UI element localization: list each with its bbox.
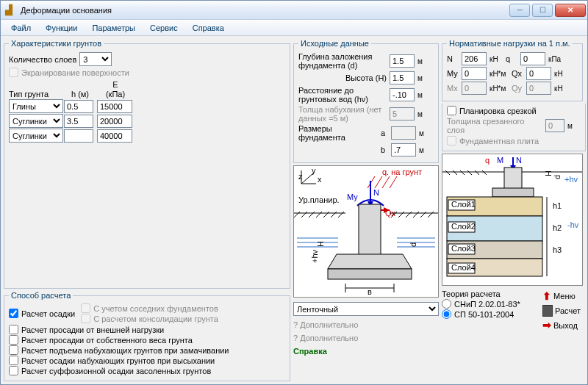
calc-button-label: Расчет bbox=[555, 306, 581, 315]
theory-label: Теория расчета bbox=[442, 289, 536, 298]
hv-unit: м bbox=[417, 91, 431, 99]
extra-2: Дополнительно bbox=[300, 334, 358, 342]
svg-line-9 bbox=[382, 176, 390, 188]
Qx-input[interactable] bbox=[526, 67, 551, 80]
svg-rect-67 bbox=[492, 188, 534, 197]
svg-line-60 bbox=[467, 170, 472, 175]
soil-type-2[interactable]: Суглинки bbox=[9, 129, 63, 143]
arrow-up-icon: ⬆ bbox=[542, 290, 551, 302]
maximize-button[interactable]: ☐ bbox=[532, 4, 553, 17]
svg-line-31 bbox=[406, 212, 412, 217]
a-input bbox=[391, 126, 416, 140]
svg-text:-hv: -hv bbox=[567, 220, 579, 229]
soil-h-1[interactable] bbox=[64, 115, 93, 128]
svg-text:Слой1: Слой1 bbox=[451, 200, 476, 209]
chk-osadka[interactable] bbox=[9, 309, 18, 318]
svg-text:H: H bbox=[316, 241, 325, 247]
loads-legend: Нормативные нагрузки на 1 п.м. bbox=[447, 39, 573, 48]
soil-type-0[interactable]: Глины bbox=[9, 99, 63, 113]
planning-box: Планировка срезкой Толщина срезанного сл… bbox=[442, 104, 586, 151]
soil-e-0[interactable] bbox=[97, 100, 132, 113]
lbl-slab: Фундаментная плита bbox=[459, 137, 539, 145]
svg-text:Слой4: Слой4 bbox=[451, 263, 476, 272]
svg-line-22 bbox=[294, 212, 300, 217]
svg-text:d: d bbox=[409, 242, 417, 247]
b-label: b bbox=[381, 145, 388, 154]
svg-text:+hv: +hv bbox=[310, 249, 319, 263]
lbl-prosadka-own: Расчет просадки от собственного веса гру… bbox=[21, 336, 193, 345]
svg-line-26 bbox=[323, 212, 329, 217]
q-input[interactable] bbox=[520, 52, 545, 65]
svg-line-23 bbox=[301, 212, 307, 217]
H-unit: м bbox=[417, 74, 431, 82]
lbl-prosadka-ext: Расчет просадки от внешней нагрузки bbox=[21, 325, 164, 334]
menu-file[interactable]: Файл bbox=[4, 21, 38, 35]
menu-button[interactable]: ⬆Меню bbox=[540, 289, 583, 303]
hv-input[interactable] bbox=[390, 88, 415, 101]
arrow-right-icon: ⬆ bbox=[541, 321, 553, 330]
svg-line-28 bbox=[338, 212, 344, 217]
exit-button-label: Выход bbox=[553, 321, 578, 330]
foundation-type-select[interactable]: Ленточный bbox=[293, 302, 439, 316]
foundation-sketch-2: q M N H d +hv Слой1 Слой2 Слой3 Слой4 h1… bbox=[442, 154, 583, 286]
svg-line-34 bbox=[428, 212, 434, 217]
svg-text:Ур.планир.: Ур.планир. bbox=[298, 195, 340, 204]
chk-cut[interactable] bbox=[447, 106, 456, 115]
dim-label: Размеры фундамента bbox=[298, 124, 378, 142]
screen-label: Экранирование поверхности bbox=[21, 68, 129, 77]
lbl-suffosion: Расчет суффозионной осадки засоленных гр… bbox=[21, 367, 211, 375]
layers-select[interactable]: 3 bbox=[79, 52, 112, 66]
menubar: Файл Функции Параметры Сервис Справка bbox=[1, 20, 587, 36]
soil-h-2[interactable] bbox=[64, 129, 93, 143]
q-unit: кПа bbox=[548, 55, 562, 63]
chk-suffosion[interactable] bbox=[9, 366, 18, 375]
sw-input bbox=[390, 107, 415, 120]
src-legend: Исходные данные bbox=[298, 39, 371, 48]
minimize-button[interactable]: ─ bbox=[509, 4, 530, 17]
sw-unit: м bbox=[417, 110, 431, 118]
svg-line-27 bbox=[331, 212, 337, 217]
radio-sp[interactable] bbox=[442, 309, 451, 319]
radio-snip[interactable] bbox=[442, 299, 451, 309]
svg-text:в: в bbox=[368, 287, 372, 296]
soil-type-1[interactable]: Суглинки bbox=[9, 114, 63, 128]
menu-help[interactable]: Справка bbox=[185, 21, 232, 35]
menu-params[interactable]: Параметры bbox=[85, 21, 143, 35]
menu-functions[interactable]: Функции bbox=[38, 21, 85, 35]
svg-text:+hv: +hv bbox=[564, 175, 578, 184]
svg-text:M: M bbox=[497, 156, 503, 165]
method-box: Способ расчета Расчет осадки С учетом со… bbox=[4, 291, 290, 381]
svg-text:H: H bbox=[544, 170, 553, 176]
layers-label: Количество слоев bbox=[9, 55, 76, 64]
svg-line-59 bbox=[460, 170, 465, 175]
exit-button[interactable]: ⬆Выход bbox=[540, 319, 583, 332]
My-label: My bbox=[447, 69, 459, 78]
svg-line-58 bbox=[453, 170, 457, 175]
chk-prosadka-ext[interactable] bbox=[9, 325, 18, 334]
col-e2: (кПа) bbox=[106, 90, 125, 98]
svg-marker-36 bbox=[328, 254, 412, 269]
svg-line-4 bbox=[301, 173, 313, 184]
svg-rect-66 bbox=[504, 168, 522, 190]
d-input[interactable] bbox=[390, 54, 415, 68]
sw-label: Толща набухания (нет данных =5 м) bbox=[298, 105, 387, 123]
svg-line-62 bbox=[482, 170, 487, 175]
H-input[interactable] bbox=[390, 71, 415, 84]
help-link[interactable]: Справка bbox=[293, 347, 327, 356]
chk-swell-dry[interactable] bbox=[9, 356, 18, 365]
svg-line-61 bbox=[475, 170, 479, 175]
help-icon: ? bbox=[293, 320, 298, 329]
soil-e-2[interactable] bbox=[97, 129, 132, 143]
b-input[interactable] bbox=[391, 143, 416, 156]
menu-service[interactable]: Сервис bbox=[143, 21, 185, 35]
soil-h-0[interactable] bbox=[64, 100, 93, 113]
chk-prosadka-own[interactable] bbox=[9, 335, 18, 345]
soil-e-1[interactable] bbox=[97, 115, 132, 128]
My-input[interactable] bbox=[462, 67, 487, 80]
calc-button[interactable]: Расчет bbox=[540, 304, 583, 317]
chk-swell-wet[interactable] bbox=[9, 345, 18, 355]
Mx-unit: кН*м bbox=[490, 84, 509, 93]
N-unit: кН bbox=[490, 55, 503, 63]
close-button[interactable]: ✕ bbox=[555, 4, 586, 17]
N-input[interactable] bbox=[462, 52, 487, 65]
